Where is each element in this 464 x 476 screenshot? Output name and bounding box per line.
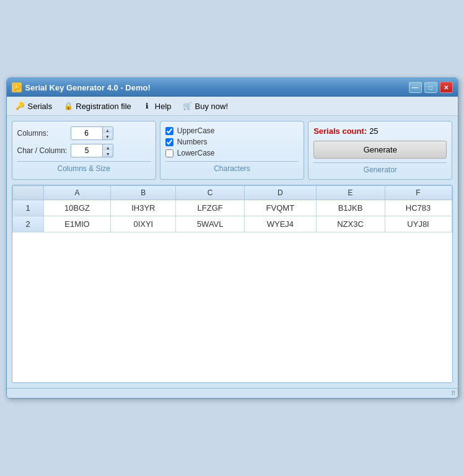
columns-down-button[interactable]: ▼ bbox=[103, 133, 113, 139]
table-header-e: E bbox=[316, 186, 385, 200]
table-cell: IH3YR bbox=[111, 200, 176, 216]
generate-button[interactable]: Generate bbox=[313, 141, 447, 159]
menu-buy[interactable]: 🛒 Buy now! bbox=[178, 99, 233, 113]
status-bar: ⠿ bbox=[7, 388, 458, 398]
char-column-spinner: ▲ ▼ bbox=[102, 144, 113, 157]
numbers-row: Numbers bbox=[165, 138, 299, 146]
lowercase-row: LowerCase bbox=[165, 149, 299, 157]
table-header-row: A B C D E F bbox=[12, 186, 452, 200]
app-icon: 🔑 bbox=[12, 82, 22, 92]
char-column-input[interactable] bbox=[71, 145, 102, 156]
table-cell-row-num: 2 bbox=[12, 216, 43, 232]
serials-count-row: Serials count: 25 bbox=[313, 126, 447, 136]
table-cell: FVQMT bbox=[245, 200, 316, 216]
columns-up-button[interactable]: ▲ bbox=[103, 127, 113, 133]
table-row: 2E1MIO0IXYI5WAVLWYEJ4NZX3CUYJ8I bbox=[12, 216, 452, 232]
table-header-b: B bbox=[111, 186, 176, 200]
main-window: 🔑 Serial Key Generator 4.0 - Demo! — □ ✕… bbox=[6, 77, 458, 399]
numbers-checkbox[interactable] bbox=[165, 138, 173, 146]
characters-section: UpperCase Numbers LowerCase Characters bbox=[160, 121, 304, 180]
registration-icon: 🔒 bbox=[63, 101, 73, 111]
lowercase-checkbox[interactable] bbox=[165, 149, 173, 157]
options-panel: Columns: ▲ ▼ Char / Column: ▲ bbox=[12, 121, 453, 180]
main-content: Columns: ▲ ▼ Char / Column: ▲ bbox=[7, 116, 458, 388]
menu-registration[interactable]: 🔒 Registration file bbox=[58, 99, 136, 113]
columns-field-row: Columns: ▲ ▼ bbox=[17, 126, 151, 140]
menu-serials-label: Serials bbox=[28, 102, 53, 111]
serials-count-label: Serials count: bbox=[313, 126, 367, 136]
table-cell: NZX3C bbox=[316, 216, 385, 232]
close-button[interactable]: ✕ bbox=[440, 82, 453, 93]
columns-label: Columns: bbox=[17, 129, 67, 138]
char-column-input-group: ▲ ▼ bbox=[71, 144, 113, 157]
uppercase-label: UpperCase bbox=[177, 126, 215, 135]
serials-icon: 🔑 bbox=[15, 101, 25, 111]
serial-table-area: A B C D E F 110BGZIH3YRLFZGFFVQMTB1JKBHC… bbox=[12, 185, 453, 383]
numbers-label: Numbers bbox=[177, 138, 208, 146]
table-cell: E1MIO bbox=[43, 216, 111, 232]
serials-count-value: 25 bbox=[369, 126, 378, 136]
generator-section: Serials count: 25 Generate Generator bbox=[308, 121, 452, 180]
table-header-f: F bbox=[385, 186, 452, 200]
serial-table: A B C D E F 110BGZIH3YRLFZGFFVQMTB1JKBHC… bbox=[12, 185, 452, 232]
char-column-up-button[interactable]: ▲ bbox=[103, 144, 113, 151]
columns-input-group: ▲ ▼ bbox=[71, 126, 113, 140]
table-header-c: C bbox=[176, 186, 245, 200]
table-header-a: A bbox=[43, 186, 111, 200]
table-cell-row-num: 1 bbox=[12, 200, 43, 216]
help-icon: ℹ bbox=[142, 101, 152, 111]
table-cell: 10BGZ bbox=[43, 200, 111, 216]
table-cell: 0IXYI bbox=[111, 216, 176, 232]
characters-section-label: Characters bbox=[165, 161, 299, 173]
menu-registration-label: Registration file bbox=[76, 102, 131, 111]
table-header-row-num bbox=[12, 186, 43, 200]
uppercase-row: UpperCase bbox=[165, 126, 299, 135]
title-bar: 🔑 Serial Key Generator 4.0 - Demo! — □ ✕ bbox=[7, 78, 458, 97]
columns-spinner: ▲ ▼ bbox=[102, 127, 113, 139]
table-cell: HC783 bbox=[385, 200, 452, 216]
maximize-button[interactable]: □ bbox=[424, 82, 437, 93]
char-column-down-button[interactable]: ▼ bbox=[103, 151, 113, 157]
table-cell: B1JKB bbox=[316, 200, 385, 216]
generator-section-label: Generator bbox=[313, 162, 447, 174]
menu-buy-label: Buy now! bbox=[195, 102, 228, 111]
table-cell: WYEJ4 bbox=[245, 216, 316, 232]
menu-help[interactable]: ℹ Help bbox=[138, 99, 177, 113]
window-title: Serial Key Generator 4.0 - Demo! bbox=[25, 83, 409, 92]
buy-icon: 🛒 bbox=[183, 101, 193, 111]
window-controls: — □ ✕ bbox=[409, 82, 453, 93]
char-column-label: Char / Column: bbox=[17, 146, 68, 155]
table-cell: LFZGF bbox=[176, 200, 245, 216]
menu-help-label: Help bbox=[155, 102, 172, 111]
columns-section: Columns: ▲ ▼ Char / Column: ▲ bbox=[12, 121, 156, 180]
table-row: 110BGZIH3YRLFZGFFVQMTB1JKBHC783 bbox=[12, 200, 452, 216]
table-cell: UYJ8I bbox=[385, 216, 452, 232]
menu-bar: 🔑 Serials 🔒 Registration file ℹ Help 🛒 B… bbox=[7, 97, 458, 116]
columns-section-label: Columns & Size bbox=[17, 161, 151, 173]
table-header-d: D bbox=[245, 186, 316, 200]
columns-input[interactable] bbox=[71, 128, 102, 139]
uppercase-checkbox[interactable] bbox=[165, 127, 173, 135]
resize-grip: ⠿ bbox=[451, 390, 455, 397]
menu-serials[interactable]: 🔑 Serials bbox=[11, 99, 58, 113]
char-column-field-row: Char / Column: ▲ ▼ bbox=[17, 144, 151, 157]
table-cell: 5WAVL bbox=[176, 216, 245, 232]
minimize-button[interactable]: — bbox=[409, 82, 422, 93]
lowercase-label: LowerCase bbox=[177, 149, 215, 157]
